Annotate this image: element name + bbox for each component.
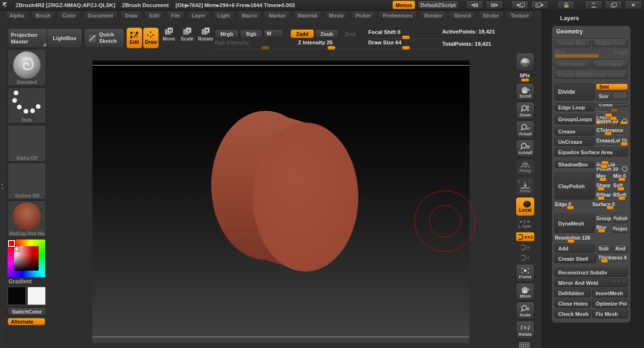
- surface0-slider[interactable]: Surface 0: [592, 201, 628, 209]
- next-layout-button[interactable]: ▶: [531, 0, 549, 9]
- alternate-button[interactable]: Alternate: [8, 318, 45, 325]
- focal-shift-slider[interactable]: Focal Shift 0: [368, 29, 440, 38]
- polish10-mode-ring-icon[interactable]: [622, 166, 627, 172]
- edge0-slider[interactable]: Edge 0: [554, 201, 591, 209]
- cage-toggle[interactable]: Cage: [610, 49, 628, 58]
- document-canvas[interactable]: [92, 60, 470, 343]
- claypolish-rsoft-slider[interactable]: RSoft: [613, 191, 628, 199]
- menu-stroke[interactable]: Stroke: [478, 11, 504, 20]
- lock-button[interactable]: [557, 0, 575, 9]
- close-holes-button[interactable]: Close Holes: [554, 299, 591, 308]
- gradient-label[interactable]: Gradient: [8, 278, 32, 285]
- claypolish-sharp-slider[interactable]: Sharp: [596, 182, 611, 190]
- reconstruct-subdiv-button[interactable]: Reconstruct Subdiv: [554, 268, 628, 277]
- default-zscript-button[interactable]: DefaultZScript: [417, 0, 459, 9]
- delhidden-button[interactable]: DelHidden: [554, 289, 591, 298]
- zoom-button[interactable]: Zoom: [516, 102, 535, 120]
- scroll-button[interactable]: Scroll: [516, 83, 535, 101]
- shadowbox-res-slider[interactable]: Res 128: [596, 161, 628, 164]
- scale-canvas-button[interactable]: Scale: [516, 302, 535, 320]
- draw-mode-button[interactable]: Draw: [143, 27, 159, 49]
- alpha-selector[interactable]: Alpha Off: [8, 125, 46, 162]
- higher-res-button[interactable]: Higher Res: [592, 38, 628, 47]
- dynamesh-project-toggle[interactable]: Projec: [612, 224, 628, 233]
- claypolish-max-slider[interactable]: Max: [596, 173, 611, 181]
- menu-file[interactable]: File: [166, 11, 185, 20]
- create-shell-button[interactable]: Create Shell: [554, 254, 596, 263]
- add-toggle[interactable]: Add: [554, 244, 594, 253]
- freeze-subdivision-button[interactable]: Freeze SubDivision Levels: [554, 70, 628, 79]
- color-picker[interactable]: [8, 240, 45, 277]
- restore-button[interactable]: [604, 0, 622, 9]
- del-higher-button[interactable]: Del Higher: [592, 59, 628, 68]
- mrgb-button[interactable]: Mrgb: [215, 29, 239, 38]
- equalize-surface-area-button[interactable]: Equalize Surface Area: [554, 148, 628, 157]
- draw-size-slider[interactable]: Draw Size 64: [368, 40, 440, 49]
- disp-slider[interactable]: Disp: [596, 108, 628, 111]
- menus-button[interactable]: Menus: [392, 0, 415, 9]
- menu-preferences[interactable]: Preferences: [378, 11, 417, 20]
- thickness-slider[interactable]: Thickness 4: [598, 254, 628, 262]
- smt-toggle[interactable]: Smt: [596, 83, 628, 90]
- rotate-canvas-button[interactable]: Rotate: [516, 321, 535, 340]
- divide-button[interactable]: Divide: [554, 83, 594, 100]
- polish-loops-slider[interactable]: Polish 50: [596, 118, 628, 120]
- actual-size-button[interactable]: x1 Actual: [516, 121, 535, 139]
- quick-sketch-button[interactable]: Quick Sketch: [84, 28, 124, 48]
- and-toggle[interactable]: And: [613, 244, 628, 253]
- menu-marker[interactable]: Marker: [264, 11, 290, 20]
- lower-res-button[interactable]: Lower Res: [554, 38, 591, 47]
- menu-texture[interactable]: Texture: [506, 11, 534, 20]
- rotate-xyz-button[interactable]: XYZ: [516, 232, 535, 241]
- suv-toggle[interactable]: Suv: [596, 91, 611, 100]
- projection-master-button[interactable]: Projection Master: [8, 28, 48, 48]
- spix-slider[interactable]: SPix: [516, 73, 534, 81]
- menu-render[interactable]: Render: [420, 11, 447, 20]
- switch-color-button[interactable]: SwitchColor: [8, 307, 46, 316]
- move-mode-button[interactable]: M Move: [161, 27, 177, 48]
- rgb-button[interactable]: Rgb: [240, 29, 263, 38]
- left-tray-divider[interactable]: [0, 51, 5, 348]
- claypolish-button[interactable]: ClayPolish: [554, 173, 594, 199]
- claypolish-soft-slider[interactable]: Soft: [613, 182, 628, 190]
- material-selector[interactable]: MatCap Red Wa: [8, 200, 46, 237]
- crease-button[interactable]: Crease: [554, 127, 594, 136]
- texture-selector[interactable]: Texture Off: [8, 163, 46, 199]
- move-canvas-button[interactable]: Move: [516, 283, 535, 301]
- menu-layer[interactable]: Layer: [187, 11, 210, 20]
- polyframe-button[interactable]: PolyF: [516, 340, 534, 348]
- left-tray-toggle-button[interactable]: ◀: [466, 0, 484, 9]
- menu-color[interactable]: Color: [58, 11, 81, 20]
- floor-button[interactable]: x y z Floor: [516, 177, 535, 196]
- dynamesh-group-toggle[interactable]: Group: [596, 214, 611, 223]
- right-tray-toggle-button[interactable]: ▶: [486, 0, 504, 9]
- menu-document[interactable]: Document: [83, 11, 118, 20]
- right-tray-divider[interactable]: [536, 10, 541, 348]
- optimize-points-button[interactable]: Optimize Poi: [592, 299, 628, 308]
- shadowbox-button[interactable]: ShadowBox: [554, 161, 594, 168]
- bpr-render-button[interactable]: BPR: [516, 53, 535, 72]
- stroke-selector[interactable]: Dots: [8, 87, 46, 124]
- polish-mode-ring-icon[interactable]: [622, 118, 627, 124]
- insertmesh-button[interactable]: InsertMesh: [592, 289, 628, 298]
- lightbox-button[interactable]: LightBox: [47, 28, 83, 48]
- resolution-slider[interactable]: Resolution 128: [554, 234, 628, 242]
- prev-layout-button[interactable]: ◀: [511, 0, 529, 9]
- rotate-mode-button[interactable]: R Rotate: [198, 27, 214, 48]
- del-lower-button[interactable]: Del Lower: [554, 59, 591, 68]
- rotate-y-button[interactable]: y: [516, 242, 534, 252]
- secondary-color-swatch[interactable]: [27, 287, 46, 305]
- menu-movie[interactable]: Movie: [324, 11, 348, 20]
- zadd-button[interactable]: Zadd: [290, 29, 314, 38]
- menu-macro[interactable]: Macro: [237, 11, 262, 20]
- zcut-button[interactable]: Zcut: [340, 29, 360, 38]
- geometry-panel-title[interactable]: Geometry: [556, 28, 628, 35]
- rotate-z-button[interactable]: z: [516, 253, 534, 262]
- ctolerance-slider[interactable]: CTolerance: [596, 127, 628, 135]
- loops-slider[interactable]: Loops 4: [596, 114, 628, 116]
- sdiv-slider[interactable]: SDiv: [554, 49, 609, 58]
- menu-material[interactable]: Material: [293, 11, 322, 20]
- left-divider-arrows-icon[interactable]: ▸◂: [0, 183, 5, 190]
- check-mesh-button[interactable]: Check Mesh: [554, 309, 591, 318]
- claypolish-rshar-slider[interactable]: RShar: [596, 191, 611, 199]
